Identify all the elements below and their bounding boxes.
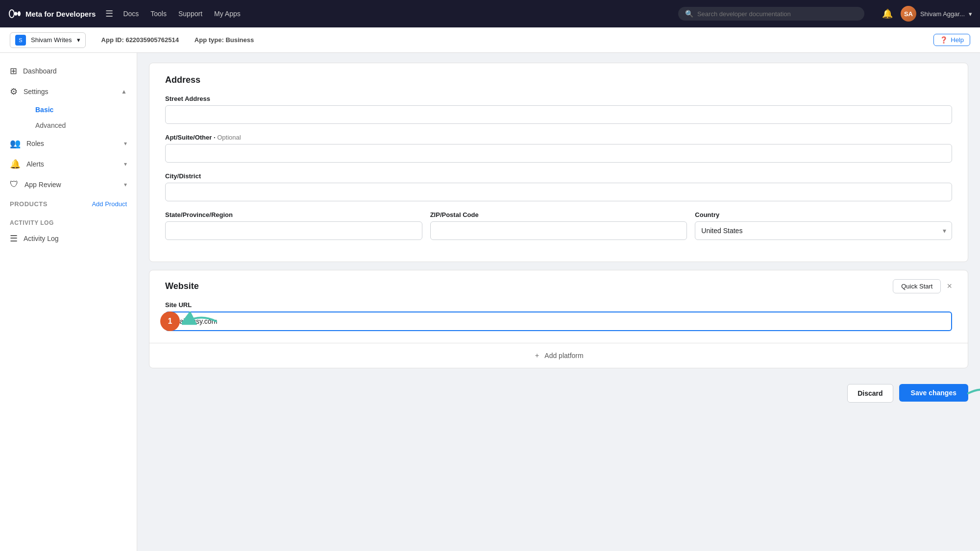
zip-input[interactable] <box>430 221 687 240</box>
app-id-info: App ID: 622035905762514 <box>101 36 179 44</box>
website-close-button[interactable]: × <box>947 281 952 291</box>
add-platform-row: ＋ Add platform <box>149 343 968 368</box>
sidebar-item-settings[interactable]: ⚙ Settings ▲ <box>0 81 137 102</box>
app-id-value: 622035905762514 <box>125 36 178 44</box>
apt-input[interactable] <box>165 144 952 163</box>
country-group: Country United States United Kingdom Can… <box>695 211 952 240</box>
app-review-chevron-icon: ▾ <box>124 181 127 188</box>
topnav-myapps-link[interactable]: My Apps <box>214 10 241 18</box>
chevron-down-icon: ▾ <box>969 10 972 18</box>
topnav-links: Docs Tools Support My Apps <box>123 10 240 18</box>
alerts-chevron-icon: ▾ <box>124 161 127 168</box>
topnav-right: 🔔 SA Shivam Aggar... ▾ <box>882 6 972 22</box>
country-label: Country <box>695 211 952 218</box>
street-address-input[interactable] <box>165 105 952 124</box>
state-label: State/Province/Region <box>165 211 422 218</box>
user-menu[interactable]: SA Shivam Aggar... ▾ <box>901 6 972 22</box>
help-icon: ❓ <box>940 36 948 44</box>
sidebar: ⊞ Dashboard ⚙ Settings ▲ Basic Advanced … <box>0 53 137 551</box>
website-header-right: Quick Start × <box>893 279 952 293</box>
plus-icon: ＋ <box>534 351 540 360</box>
notification-bell-icon[interactable]: 🔔 <box>882 8 893 19</box>
city-input[interactable] <box>165 183 952 201</box>
apt-group: Apt/Suite/Other · Optional <box>165 134 952 163</box>
products-row: Products Add Product <box>0 194 137 214</box>
subheader: S Shivam Writes ▾ App ID: 62203590576251… <box>0 27 980 53</box>
help-button[interactable]: ❓ Help <box>933 34 970 46</box>
street-address-label: Street Address <box>165 95 952 102</box>
zip-label: ZIP/Postal Code <box>430 211 687 218</box>
country-select[interactable]: United States United Kingdom Canada Aust… <box>695 221 952 240</box>
main-content: Address Street Address Apt/Suite/Other ·… <box>137 53 980 551</box>
state-group: State/Province/Region <box>165 211 422 240</box>
sidebar-item-app-review[interactable]: 🛡 App Review ▾ <box>0 174 137 194</box>
user-name: Shivam Aggar... <box>920 10 965 18</box>
settings-chevron-icon: ▲ <box>121 88 127 95</box>
address-card: Address Street Address Apt/Suite/Other ·… <box>149 63 968 262</box>
svg-point-1 <box>18 11 21 16</box>
site-url-label: Site URL <box>165 301 952 309</box>
country-select-wrapper: United States United Kingdom Canada Aust… <box>695 221 952 240</box>
address-section: Address Street Address Apt/Suite/Other ·… <box>149 63 968 262</box>
website-body: Site URL 1 <box>149 293 968 343</box>
app-type-value: Business <box>225 36 254 44</box>
settings-icon: ⚙ <box>10 86 18 97</box>
add-platform-button[interactable]: ＋ Add platform <box>534 351 583 360</box>
sidebar-item-alerts[interactable]: 🔔 Alerts ▾ <box>0 154 137 174</box>
hamburger-icon[interactable]: ☰ <box>105 8 113 19</box>
avatar: SA <box>901 6 916 22</box>
discard-button[interactable]: Discard <box>847 384 893 403</box>
search-box[interactable]: 🔍 <box>678 7 864 21</box>
app-selector[interactable]: S Shivam Writes ▾ <box>10 32 86 48</box>
quick-start-button[interactable]: Quick Start <box>893 279 941 293</box>
search-input[interactable] <box>697 10 858 18</box>
add-product-button[interactable]: Add Product <box>92 198 127 210</box>
topnav-tools-link[interactable]: Tools <box>150 10 167 18</box>
topnav: Meta for Developers ☰ Docs Tools Support… <box>0 0 980 27</box>
website-title: Website <box>165 281 199 291</box>
url-input-wrapper: 1 <box>165 311 952 331</box>
state-zip-country-row: State/Province/Region ZIP/Postal Code Co… <box>165 211 952 250</box>
address-title: Address <box>165 75 952 85</box>
activity-log-icon: ☰ <box>10 233 18 244</box>
topnav-docs-link[interactable]: Docs <box>123 10 139 18</box>
app-icon: S <box>15 35 26 46</box>
sidebar-item-basic[interactable]: Basic <box>25 102 137 118</box>
layout: ⊞ Dashboard ⚙ Settings ▲ Basic Advanced … <box>0 53 980 551</box>
website-header: Website Quick Start × <box>149 270 968 293</box>
street-address-group: Street Address <box>165 95 952 124</box>
zip-group: ZIP/Postal Code <box>430 211 687 240</box>
sidebar-item-dashboard[interactable]: ⊞ Dashboard <box>0 61 137 81</box>
app-selector-chevron-icon: ▾ <box>77 36 80 44</box>
apt-label: Apt/Suite/Other · Optional <box>165 134 952 141</box>
city-group: City/District <box>165 172 952 201</box>
search-icon: 🔍 <box>685 10 693 18</box>
roles-chevron-icon: ▾ <box>124 140 127 147</box>
content-area: Address Street Address Apt/Suite/Other ·… <box>137 53 980 420</box>
logo: Meta for Developers <box>8 7 96 21</box>
dashboard-icon: ⊞ <box>10 66 17 76</box>
activity-log-section-label: Activity Log <box>0 214 137 228</box>
website-card: Website Quick Start × Site URL 1 <box>149 270 968 368</box>
settings-submenu: Basic Advanced <box>0 102 137 133</box>
roles-icon: 👥 <box>10 138 21 149</box>
site-url-input[interactable] <box>165 311 952 331</box>
save-changes-button[interactable]: Save changes <box>899 384 968 402</box>
app-name: Shivam Writes <box>31 36 72 44</box>
footer-actions: Discard 2 Save changes <box>149 376 968 410</box>
city-label: City/District <box>165 172 952 180</box>
sidebar-item-advanced[interactable]: Advanced <box>25 118 137 133</box>
alerts-icon: 🔔 <box>10 159 21 169</box>
products-label: Products <box>10 200 48 208</box>
sidebar-item-activity-log[interactable]: ☰ Activity Log <box>0 228 137 249</box>
topnav-support-link[interactable]: Support <box>178 10 202 18</box>
sidebar-item-roles[interactable]: 👥 Roles ▾ <box>0 133 137 154</box>
app-review-icon: 🛡 <box>10 179 19 190</box>
state-input[interactable] <box>165 221 422 240</box>
svg-point-0 <box>9 10 14 18</box>
app-type-info: App type: Business <box>195 36 254 44</box>
meta-logo-icon <box>8 7 22 21</box>
